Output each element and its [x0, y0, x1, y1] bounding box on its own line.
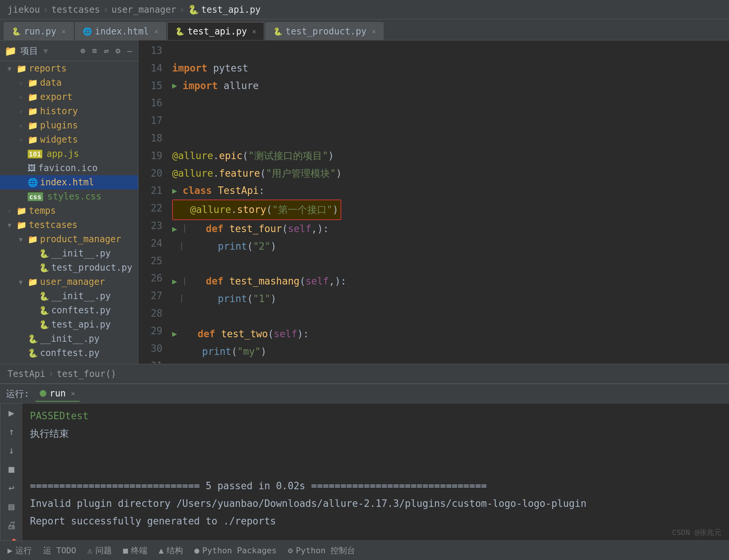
run-arrow-23[interactable]: ▶	[172, 222, 180, 237]
tree-export[interactable]: › 📁 export	[0, 90, 138, 104]
decorator-fn: feature	[219, 165, 260, 182]
run-py-icon: 🐍	[12, 27, 21, 36]
bottom-packages-btn[interactable]: ● Python Packages	[194, 546, 277, 555]
tree-label: data	[40, 77, 62, 88]
code-line-24: │ print("2")	[172, 238, 729, 255]
tab-test-api-py-label: test_api.py	[187, 26, 247, 37]
tree-test-product-py[interactable]: › 🐍 test_product.py	[0, 261, 138, 275]
todo-label: 运 TODO	[43, 545, 76, 556]
run-scroll-down-btn[interactable]: ↓	[9, 445, 15, 456]
bottom-run-btn[interactable]: ▶ 运行	[7, 545, 32, 556]
project-label: 项目	[20, 45, 38, 57]
tab-test-product-py[interactable]: 🐍 test_product.py ✕	[265, 22, 384, 40]
tree-testcases[interactable]: ▼ 📁 testcases	[0, 218, 138, 232]
tab-index-html-label: index.html	[95, 26, 149, 37]
code-line-14: import pytest	[172, 60, 729, 77]
tab-run-py[interactable]: 🐍 run.py ✕	[4, 22, 74, 40]
tree-conftest-py-root[interactable]: › 🐍 conftest.py	[0, 346, 138, 360]
py-icon: 🐍	[28, 349, 38, 358]
run-filter-btn[interactable]: ▤	[9, 501, 15, 512]
bottom-terminal-btn[interactable]: ■ 终端	[123, 545, 147, 556]
proj-dropdown-icon[interactable]: ▼	[43, 46, 48, 55]
tree-product-manager[interactable]: ▼ 📁 product_manager	[0, 232, 138, 246]
code-lines: import pytest ▶ import allure @allure.ep…	[168, 40, 729, 364]
sidebar-settings-btn[interactable]: ⚙	[114, 45, 122, 57]
run-arrow-26[interactable]: ▶	[172, 274, 180, 289]
tree-app-js[interactable]: › 101 app.js	[0, 147, 138, 161]
tab-index-html-close[interactable]: ✕	[154, 27, 158, 35]
code-token: :	[259, 182, 265, 200]
run-status-dot	[40, 390, 46, 397]
sidebar-refresh-btn[interactable]: ⊕	[79, 45, 87, 57]
code-paren: )	[332, 204, 338, 215]
run-play-btn[interactable]: ▶	[9, 407, 15, 419]
breadcrumb-item-user-manager[interactable]: user_manager	[112, 4, 176, 15]
code-paren: )	[271, 290, 277, 308]
run-arrow-21[interactable]: ▶	[172, 183, 180, 198]
bottom-problems-btn[interactable]: ⚠ 问题	[87, 545, 112, 556]
run-label: 运行:	[6, 388, 29, 400]
code-token: .	[231, 204, 237, 215]
tree-venv[interactable]: ▼ 📁 venv	[0, 360, 138, 364]
tree-favicon[interactable]: › 🖼 favicon.ico	[0, 161, 138, 175]
decorator-allure: @allure	[172, 147, 213, 165]
run-scroll-up-btn[interactable]: ↑	[9, 426, 15, 437]
code-editor[interactable]: 13 14 15 16 17 18 19 20 21 22 23 24 25 2…	[138, 40, 729, 364]
tree-arrow: ›	[19, 122, 26, 130]
tree-label: __init__.py	[51, 291, 111, 301]
story-highlight: @allure.story("第一个接口")	[172, 200, 341, 220]
run-wrap-btn[interactable]: ↩	[9, 482, 15, 493]
tree-index-html[interactable]: › 🌐 index.html	[0, 175, 138, 189]
breadcrumb-item-testcases[interactable]: testcases	[51, 4, 100, 15]
tree-test-api-py[interactable]: › 🐍 test_api.py	[0, 317, 138, 332]
code-line-22: @allure.story("第一个接口")	[172, 200, 729, 220]
run-tab-run[interactable]: run ✕	[35, 386, 79, 402]
run-stop-btn[interactable]: ■	[9, 463, 15, 475]
code-paren: (	[243, 147, 248, 165]
tree-history[interactable]: › 📁 history	[0, 104, 138, 118]
tree-arrow: ›	[19, 93, 26, 101]
tab-test-api-py-close[interactable]: ✕	[252, 27, 256, 35]
run-print-btn[interactable]: 🖨	[7, 520, 16, 531]
keyword-def: def	[206, 273, 223, 290]
tree-plugins[interactable]: › 📁 plugins	[0, 118, 138, 133]
tree-reports[interactable]: ▼ 📁 reports	[0, 61, 138, 76]
run-output-plugin-warning: Invalid plugin directory /Users/yuanbao/…	[30, 495, 722, 512]
tree-data[interactable]: › 📁 data	[0, 76, 138, 90]
tab-test-api-py[interactable]: 🐍 test_api.py ✕	[167, 22, 264, 40]
run-arrow-15[interactable]: ▶	[172, 78, 180, 93]
bookmark-26: │	[183, 276, 189, 287]
decorator-allure: @allure	[190, 204, 231, 215]
tree-styles-css[interactable]: › css styles.css	[0, 189, 138, 204]
tree-init-py-root[interactable]: › 🐍 __init__.py	[0, 332, 138, 346]
sidebar-toggle-btn[interactable]: ⇌	[102, 45, 110, 57]
code-paren: )	[336, 165, 342, 182]
code-paren: (	[266, 204, 272, 215]
breadcrumb-item-test-api[interactable]: test_api.py	[201, 4, 261, 15]
run-panel-content[interactable]: PASSEDtest 执行结束 ========================…	[22, 404, 729, 541]
tree-init-py-2[interactable]: › 🐍 __init__.py	[0, 289, 138, 303]
code-line-28	[172, 308, 729, 325]
run-arrow-29[interactable]: ▶	[172, 326, 180, 341]
bottom-structure-btn[interactable]: ▲ 结构	[159, 545, 183, 556]
run-tab-close[interactable]: ✕	[71, 389, 75, 397]
py-icon: 🐍	[39, 292, 49, 301]
bottom-console-btn[interactable]: ⚙ Python 控制台	[288, 545, 355, 556]
tree-widgets[interactable]: › 📁 widgets	[0, 133, 138, 147]
tab-index-html[interactable]: 🌐 index.html ✕	[75, 22, 166, 40]
bottom-todo-btn[interactable]: 运 TODO	[43, 545, 76, 556]
folder-icon: 📁	[28, 235, 38, 244]
tab-run-py-close[interactable]: ✕	[62, 27, 66, 35]
breadcrumb-item-jiekou[interactable]: jiekou	[7, 4, 40, 15]
tree-init-py-1[interactable]: › 🐍 __init__.py	[0, 246, 138, 261]
tree-conftest-py-1[interactable]: › 🐍 conftest.py	[0, 303, 138, 317]
tree-temps[interactable]: › 📁 temps	[0, 204, 138, 218]
tab-test-product-py-close[interactable]: ✕	[372, 27, 376, 35]
sidebar-collapse-btn[interactable]: ≡	[91, 45, 98, 57]
tree-user-manager[interactable]: ▼ 📁 user_manager	[0, 275, 138, 289]
warning-icon: ⚠	[87, 546, 92, 555]
sidebar-close-btn[interactable]: —	[126, 45, 134, 57]
sidebar-folder-icon: 📁	[4, 45, 16, 57]
terminal-label: 终端	[131, 545, 147, 556]
js-icon: 101	[28, 150, 42, 158]
